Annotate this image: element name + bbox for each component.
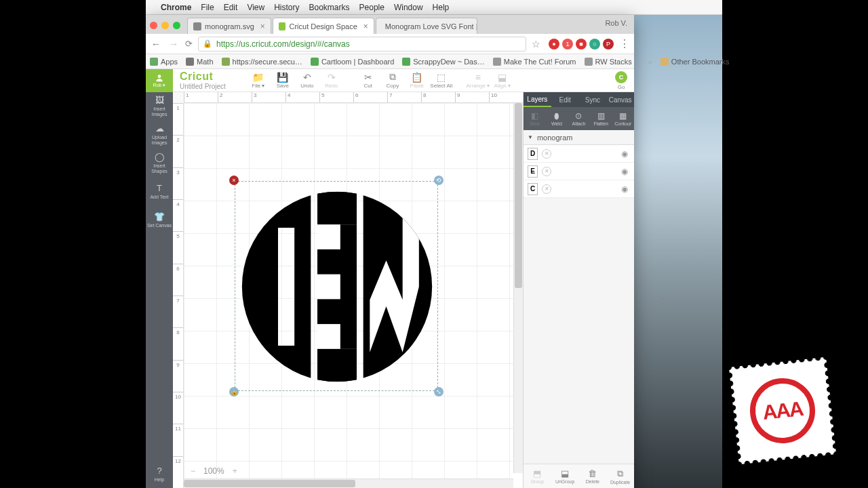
menu-history[interactable]: History [274,3,299,12]
menu-bookmarks[interactable]: Bookmarks [309,3,350,12]
ungroup-button[interactable]: ⬓UnGroup [551,464,579,488]
tab-cricut-design-space[interactable]: Cricut Design Space × [273,18,374,34]
extension-icon[interactable]: ○ [589,39,600,49]
lock-handle[interactable]: 🔒 [229,387,239,396]
upload-images-button[interactable]: ☁Upload Images [146,121,173,149]
insert-images-button[interactable]: 🖼Insert Images [146,92,173,121]
bookmark-scrappydew[interactable]: ScrappyDew ~ Das… [402,58,484,66]
bookmark-star-icon[interactable]: ☆ [532,39,540,49]
file-menu-button[interactable]: 📁File ▾ [246,69,271,92]
selection-box[interactable]: × ⟲ 🔒 ⤡ [235,181,438,391]
layer-row[interactable]: C ✕ ◉ [524,180,634,198]
disclosure-triangle-icon[interactable]: ▼ [528,134,533,140]
extension-icon[interactable]: ■ [576,39,587,49]
close-tab-icon[interactable]: × [363,22,368,31]
resize-handle[interactable]: ⤡ [434,387,443,396]
bookmark-apps[interactable]: Apps [150,58,178,66]
ruler-vertical: 123456789101112 [173,103,184,488]
minimize-window-button[interactable] [161,22,169,29]
undo-button[interactable]: ↶Undo [295,69,319,92]
project-title[interactable]: Untitled Project [180,83,226,90]
cloud-upload-icon: ☁ [155,124,164,134]
add-text-button[interactable]: TAdd Text [146,178,173,206]
insert-shapes-button[interactable]: ◯Insert Shapes [146,149,173,178]
panel-resize-handle[interactable] [661,296,665,310]
layer-row[interactable]: D ✕ ◉ [524,145,634,163]
align-menu-button: ⬓Align ▾ [490,69,515,92]
bookmark-math[interactable]: Math [186,58,213,66]
extension-icon[interactable]: P [603,39,614,49]
tab-canvas[interactable]: Canvas [606,92,634,107]
horizontal-scrollbar[interactable] [184,479,513,488]
menu-file[interactable]: File [201,3,214,12]
menu-people[interactable]: People [359,3,384,12]
forward-button[interactable]: → [167,38,180,49]
delete-button[interactable]: 🗑Delete [579,464,607,488]
tab-monogram-love-font[interactable]: Monogram Love SVG Font | L... × [376,18,477,34]
contour-button[interactable]: ▦Contour [612,107,634,130]
zoom-out-button[interactable]: − [191,466,195,476]
duplicate-icon: ⧉ [617,468,623,479]
tab-title: Monogram Love SVG Font | L... [385,22,477,30]
visibility-toggle-icon[interactable]: ◉ [619,149,630,159]
bookmark-secure[interactable]: https://secure.secu… [222,58,302,66]
extension-icon[interactable]: ● [549,39,559,49]
design-canvas[interactable]: × ⟲ 🔒 ⤡ [184,103,523,488]
bookmark-makethecut[interactable]: Make The Cut! Forum [493,58,576,66]
extension-icon[interactable]: 1 [562,39,573,49]
menu-window[interactable]: Window [394,3,423,12]
bookmark-rwstacks[interactable]: RW Stacks [585,58,632,66]
monogram-artwork[interactable] [239,185,435,388]
tab-monogram-svg[interactable]: monogram.svg × [187,18,271,34]
attach-button[interactable]: ⊙Attach [568,107,590,130]
layer-linetype-icon[interactable]: ✕ [542,149,551,159]
delete-handle[interactable]: × [229,176,239,185]
lock-icon: 🔒 [203,39,212,48]
cut-button[interactable]: ✂Cut [356,69,380,92]
chrome-menu-icon[interactable]: ⋮ [619,37,630,50]
layer-row[interactable]: E ✕ ◉ [524,163,634,180]
group-icon: ⬒ [533,468,541,479]
zoom-window-button[interactable] [173,22,180,29]
weld-button[interactable]: ⬮Weld [546,107,568,130]
zoom-in-button[interactable]: + [233,466,237,476]
arrange-icon: ≡ [475,72,481,82]
mac-menubar: Chrome File Edit View History Bookmarks … [146,0,722,15]
select-all-button[interactable]: ⬚Select All [429,69,454,92]
group-button: ⬒Group [524,464,551,488]
bookmarks-overflow-icon[interactable]: » [648,58,652,66]
chrome-user-label[interactable]: Rob V. [605,19,627,27]
other-bookmarks[interactable]: Other Bookmarks [660,58,730,66]
close-window-button[interactable] [150,22,157,29]
tab-sync[interactable]: Sync [579,92,607,107]
visibility-toggle-icon[interactable]: ◉ [619,184,630,194]
app-menu[interactable]: Chrome [161,3,191,12]
layer-linetype-icon[interactable]: ✕ [542,184,551,194]
close-tab-icon[interactable]: × [260,22,265,31]
menu-view[interactable]: View [247,3,264,12]
save-button[interactable]: 💾Save [271,69,295,92]
copy-button[interactable]: ⧉Copy [380,69,405,92]
slice-icon: ◧ [531,111,538,121]
go-button[interactable]: C [615,71,627,83]
save-icon: 💾 [277,72,288,82]
visibility-toggle-icon[interactable]: ◉ [619,167,630,176]
layer-linetype-icon[interactable]: ✕ [542,167,551,176]
menu-help[interactable]: Help [433,3,450,12]
flatten-button[interactable]: ▥Flatten [590,107,612,130]
tab-layers[interactable]: Layers [524,92,551,107]
profile-button[interactable]: Rob ▾ [146,69,173,92]
duplicate-button[interactable]: ⧉Duplicate [606,464,634,488]
menu-edit[interactable]: Edit [224,3,238,12]
url-input[interactable]: 🔒 https://us.cricut.com/design/#/canvas [198,37,526,52]
vertical-scrollbar[interactable] [513,103,523,473]
layer-group-header[interactable]: ▼ monogram [524,130,634,145]
bookmark-cartloom[interactable]: Cartloom | Dashboard [311,58,394,66]
reload-button[interactable]: ⟳ [185,39,193,49]
app-header: Rob ▾ Cricut Untitled Project 📁File ▾ 💾S… [146,69,634,92]
help-button[interactable]: ?Help [146,461,173,488]
set-canvas-button[interactable]: 👕Set Canvas [146,206,173,235]
tab-edit[interactable]: Edit [551,92,579,107]
back-button[interactable]: ← [150,38,162,49]
rotate-handle[interactable]: ⟲ [434,176,443,185]
